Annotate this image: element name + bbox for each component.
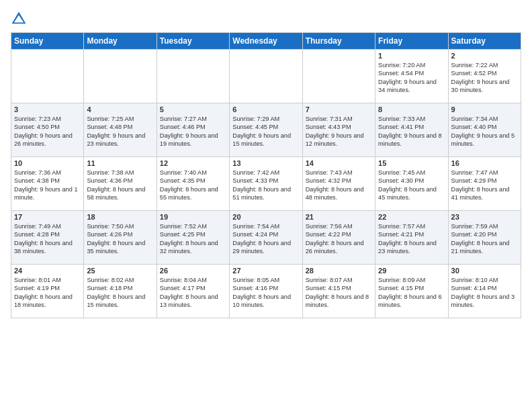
calendar-cell: 13Sunrise: 7:42 AM Sunset: 4:33 PM Dayli… — [230, 157, 302, 211]
day-number: 28 — [306, 267, 372, 275]
day-info: Sunrise: 7:52 AM Sunset: 4:25 PM Dayligh… — [160, 222, 226, 256]
day-info: Sunrise: 7:27 AM Sunset: 4:46 PM Dayligh… — [160, 115, 226, 148]
calendar-week-row: 3Sunrise: 7:23 AM Sunset: 4:50 PM Daylig… — [11, 103, 521, 157]
calendar-cell: 10Sunrise: 7:36 AM Sunset: 4:38 PM Dayli… — [11, 157, 84, 211]
day-number: 2 — [451, 52, 518, 60]
calendar-cell: 6Sunrise: 7:29 AM Sunset: 4:45 PM Daylig… — [230, 103, 302, 157]
day-number: 10 — [14, 159, 81, 167]
day-number: 13 — [232, 159, 299, 167]
day-info: Sunrise: 7:33 AM Sunset: 4:41 PM Dayligh… — [378, 115, 445, 148]
day-info: Sunrise: 7:23 AM Sunset: 4:50 PM Dayligh… — [14, 115, 81, 148]
calendar-cell: 14Sunrise: 7:43 AM Sunset: 4:32 PM Dayli… — [302, 157, 375, 211]
calendar-cell: 28Sunrise: 8:07 AM Sunset: 4:15 PM Dayli… — [302, 265, 375, 318]
calendar-weekday-header: Wednesday — [230, 33, 302, 50]
calendar-cell: 26Sunrise: 8:04 AM Sunset: 4:17 PM Dayli… — [157, 265, 229, 318]
day-info: Sunrise: 7:57 AM Sunset: 4:21 PM Dayligh… — [378, 222, 445, 256]
day-info: Sunrise: 7:29 AM Sunset: 4:45 PM Dayligh… — [232, 115, 299, 148]
day-number: 4 — [87, 105, 153, 113]
day-number: 17 — [14, 213, 81, 221]
calendar-cell: 18Sunrise: 7:50 AM Sunset: 4:26 PM Dayli… — [84, 211, 157, 265]
day-info: Sunrise: 7:50 AM Sunset: 4:26 PM Dayligh… — [87, 222, 153, 256]
day-number: 12 — [160, 159, 226, 167]
calendar-cell: 29Sunrise: 8:09 AM Sunset: 4:15 PM Dayli… — [375, 265, 448, 318]
calendar-cell: 11Sunrise: 7:38 AM Sunset: 4:36 PM Dayli… — [84, 157, 157, 211]
calendar-weekday-header: Thursday — [302, 33, 375, 50]
calendar-weekday-header: Monday — [84, 33, 157, 50]
day-number: 9 — [451, 105, 518, 113]
calendar-cell: 12Sunrise: 7:40 AM Sunset: 4:35 PM Dayli… — [157, 157, 229, 211]
day-info: Sunrise: 7:54 AM Sunset: 4:24 PM Dayligh… — [232, 222, 299, 256]
day-info: Sunrise: 7:43 AM Sunset: 4:32 PM Dayligh… — [306, 169, 372, 202]
calendar-week-row: 17Sunrise: 7:49 AM Sunset: 4:28 PM Dayli… — [11, 211, 521, 265]
calendar-cell: 20Sunrise: 7:54 AM Sunset: 4:24 PM Dayli… — [230, 211, 302, 265]
calendar-cell: 3Sunrise: 7:23 AM Sunset: 4:50 PM Daylig… — [11, 103, 84, 157]
day-number: 20 — [232, 213, 299, 221]
calendar-cell: 21Sunrise: 7:56 AM Sunset: 4:22 PM Dayli… — [302, 211, 375, 265]
day-info: Sunrise: 7:25 AM Sunset: 4:48 PM Dayligh… — [87, 115, 153, 148]
day-info: Sunrise: 7:36 AM Sunset: 4:38 PM Dayligh… — [14, 169, 81, 202]
day-number: 29 — [378, 267, 445, 275]
day-number: 8 — [378, 105, 445, 113]
calendar-cell — [11, 50, 84, 103]
calendar-week-row: 1Sunrise: 7:20 AM Sunset: 4:54 PM Daylig… — [11, 50, 521, 103]
day-number: 30 — [451, 267, 518, 275]
calendar-cell: 22Sunrise: 7:57 AM Sunset: 4:21 PM Dayli… — [375, 211, 448, 265]
day-number: 21 — [306, 213, 372, 221]
day-info: Sunrise: 7:42 AM Sunset: 4:33 PM Dayligh… — [232, 169, 299, 202]
day-info: Sunrise: 8:02 AM Sunset: 4:18 PM Dayligh… — [87, 276, 153, 310]
calendar-cell: 24Sunrise: 8:01 AM Sunset: 4:19 PM Dayli… — [11, 265, 84, 318]
day-number: 15 — [378, 159, 445, 167]
calendar-cell: 23Sunrise: 7:59 AM Sunset: 4:20 PM Dayli… — [448, 211, 521, 265]
calendar-cell: 15Sunrise: 7:45 AM Sunset: 4:30 PM Dayli… — [375, 157, 448, 211]
calendar-cell: 25Sunrise: 8:02 AM Sunset: 4:18 PM Dayli… — [84, 265, 157, 318]
calendar-cell: 27Sunrise: 8:05 AM Sunset: 4:16 PM Dayli… — [230, 265, 302, 318]
calendar-cell — [157, 50, 229, 103]
day-number: 19 — [160, 213, 226, 221]
logo — [11, 11, 30, 27]
day-info: Sunrise: 7:20 AM Sunset: 4:54 PM Dayligh… — [378, 61, 445, 95]
calendar-cell — [230, 50, 302, 103]
day-number: 5 — [160, 105, 226, 113]
day-info: Sunrise: 8:07 AM Sunset: 4:15 PM Dayligh… — [306, 276, 372, 310]
calendar-cell: 2Sunrise: 7:22 AM Sunset: 4:52 PM Daylig… — [448, 50, 521, 103]
calendar-cell: 9Sunrise: 7:34 AM Sunset: 4:40 PM Daylig… — [448, 103, 521, 157]
day-info: Sunrise: 8:05 AM Sunset: 4:16 PM Dayligh… — [232, 276, 299, 310]
day-number: 1 — [378, 52, 445, 60]
day-number: 22 — [378, 213, 445, 221]
day-number: 11 — [87, 159, 153, 167]
day-info: Sunrise: 7:49 AM Sunset: 4:28 PM Dayligh… — [14, 222, 81, 256]
calendar-week-row: 10Sunrise: 7:36 AM Sunset: 4:38 PM Dayli… — [11, 157, 521, 211]
logo-icon — [11, 11, 27, 27]
calendar-weekday-header: Sunday — [11, 33, 84, 50]
day-info: Sunrise: 7:34 AM Sunset: 4:40 PM Dayligh… — [451, 115, 518, 148]
calendar-cell: 4Sunrise: 7:25 AM Sunset: 4:48 PM Daylig… — [84, 103, 157, 157]
day-info: Sunrise: 7:38 AM Sunset: 4:36 PM Dayligh… — [87, 169, 153, 202]
calendar-cell — [302, 50, 375, 103]
calendar-cell: 16Sunrise: 7:47 AM Sunset: 4:29 PM Dayli… — [448, 157, 521, 211]
day-number: 25 — [87, 267, 153, 275]
day-number: 24 — [14, 267, 81, 275]
calendar-cell: 19Sunrise: 7:52 AM Sunset: 4:25 PM Dayli… — [157, 211, 229, 265]
day-number: 3 — [14, 105, 81, 113]
page-header — [11, 11, 521, 27]
day-info: Sunrise: 8:04 AM Sunset: 4:17 PM Dayligh… — [160, 276, 226, 310]
calendar-cell — [84, 50, 157, 103]
calendar-cell: 30Sunrise: 8:10 AM Sunset: 4:14 PM Dayli… — [448, 265, 521, 318]
calendar-cell: 7Sunrise: 7:31 AM Sunset: 4:43 PM Daylig… — [302, 103, 375, 157]
calendar-cell: 1Sunrise: 7:20 AM Sunset: 4:54 PM Daylig… — [375, 50, 448, 103]
day-number: 18 — [87, 213, 153, 221]
day-number: 14 — [306, 159, 372, 167]
day-info: Sunrise: 7:31 AM Sunset: 4:43 PM Dayligh… — [306, 115, 372, 148]
day-number: 23 — [451, 213, 518, 221]
calendar-table: SundayMondayTuesdayWednesdayThursdayFrid… — [11, 32, 521, 318]
calendar-cell: 5Sunrise: 7:27 AM Sunset: 4:46 PM Daylig… — [157, 103, 229, 157]
day-info: Sunrise: 8:01 AM Sunset: 4:19 PM Dayligh… — [14, 276, 81, 310]
day-info: Sunrise: 8:10 AM Sunset: 4:14 PM Dayligh… — [451, 276, 518, 310]
day-info: Sunrise: 7:56 AM Sunset: 4:22 PM Dayligh… — [306, 222, 372, 256]
day-number: 7 — [306, 105, 372, 113]
day-number: 27 — [232, 267, 299, 275]
day-info: Sunrise: 7:47 AM Sunset: 4:29 PM Dayligh… — [451, 169, 518, 202]
calendar-cell: 17Sunrise: 7:49 AM Sunset: 4:28 PM Dayli… — [11, 211, 84, 265]
day-number: 16 — [451, 159, 518, 167]
day-info: Sunrise: 8:09 AM Sunset: 4:15 PM Dayligh… — [378, 276, 445, 310]
